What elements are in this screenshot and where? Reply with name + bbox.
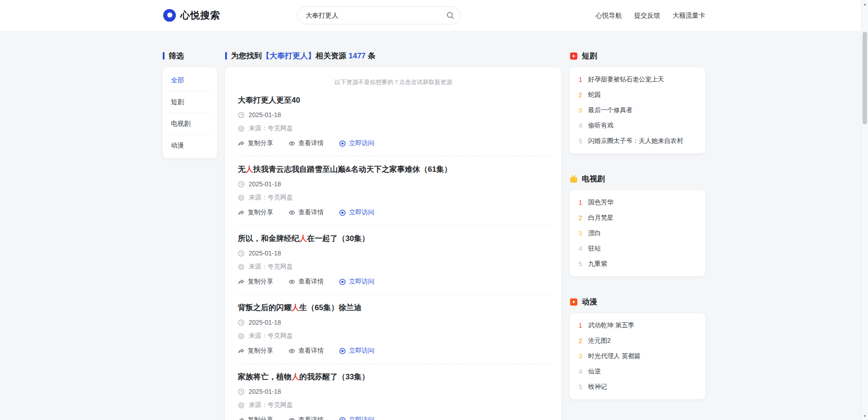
visit-now-button[interactable]: 立即访问 [339, 416, 374, 420]
result-source: 来源：夸克网盘 [249, 193, 293, 202]
clock-icon [238, 112, 245, 118]
ranking-number: 3 [578, 353, 583, 360]
nav-link-data-card[interactable]: 大额流量卡 [673, 11, 706, 20]
view-detail-button[interactable]: 查看详情 [288, 347, 324, 355]
ranking-title-text: 短剧 [582, 51, 597, 61]
filter-title-text: 筛选 [169, 51, 184, 61]
ranking-item-text: 牧神记 [588, 383, 607, 391]
ranking-number: 3 [578, 107, 583, 114]
ranking-item[interactable]: 2沧元图2 [570, 333, 705, 349]
results-card: 以下资源不是你想要的？点击尝试获取新资源 大奉打更人更至402025-01-18… [225, 67, 561, 420]
filter-item[interactable]: 短剧 [169, 91, 211, 113]
filter-item[interactable]: 电视剧 [169, 113, 211, 134]
visit-icon [339, 417, 346, 420]
result-actions: 复制分享查看详情立即访问 [238, 278, 549, 286]
filter-item[interactable]: 全部 [169, 70, 211, 91]
ranking-number: 5 [578, 383, 583, 391]
copy-share-button[interactable]: 复制分享 [238, 347, 273, 355]
ranking-title: 动漫 [570, 297, 705, 307]
ranking-item[interactable]: 4仙逆 [570, 364, 705, 379]
ranking-item[interactable]: 1好孕甜妻被钻石老公宠上天 [570, 72, 705, 87]
ranking-item-text: 好孕甜妻被钻石老公宠上天 [588, 76, 664, 84]
result-actions: 复制分享查看详情立即访问 [238, 139, 549, 147]
share-icon [238, 209, 245, 216]
clock-icon [238, 181, 245, 188]
view-detail-button[interactable]: 查看详情 [288, 139, 324, 147]
result-title[interactable]: 家族将亡，植物人的我苏醒了（33集） [238, 372, 549, 382]
ranking-item[interactable]: 1国色芳华 [570, 195, 705, 210]
visit-now-button[interactable]: 立即访问 [339, 347, 374, 355]
copy-share-button[interactable]: 复制分享 [238, 278, 273, 286]
filter-sidebar: 筛选 全部短剧电视剧动漫 [163, 51, 217, 158]
eye-icon [288, 417, 295, 420]
ranking-item[interactable]: 4驻站 [570, 241, 705, 256]
scrollbar[interactable]: ▲ ▼ [861, 0, 868, 420]
eye-icon [288, 348, 295, 354]
ranking-item-text: 漂白 [588, 229, 601, 237]
result-source-row: 来源：夸克网盘 [238, 124, 549, 132]
ranking-item[interactable]: 3时光代理人 英都篇 [570, 349, 705, 364]
result-source-row: 来源：夸克网盘 [238, 332, 549, 340]
result-date-row: 2025-01-18 [238, 388, 549, 395]
search-input[interactable] [297, 6, 461, 24]
result-source: 来源：夸克网盘 [249, 124, 293, 132]
share-icon [238, 348, 245, 354]
view-detail-button[interactable]: 查看详情 [288, 416, 324, 420]
visit-now-button[interactable]: 立即访问 [339, 278, 374, 286]
result-title[interactable]: 所以，和金牌经纪人在一起了（30集） [238, 233, 549, 244]
ranking-title: 短剧 [570, 51, 705, 61]
result-date: 2025-01-18 [249, 111, 281, 118]
copy-share-button[interactable]: 复制分享 [238, 208, 273, 217]
scrollbar-up-arrow-icon[interactable]: ▲ [862, 0, 868, 8]
ranking-item[interactable]: 1武动乾坤 第五季 [570, 318, 705, 333]
result-title[interactable]: 大奉打更人更至40 [238, 95, 549, 105]
copy-share-button[interactable]: 复制分享 [238, 416, 273, 420]
search-button[interactable] [443, 8, 458, 23]
ranking-card: 1武动乾坤 第五季2沧元图23时光代理人 英都篇4仙逆5牧神记 [570, 313, 705, 399]
content: 筛选 全部短剧电视剧动漫 为您找到【大奉打更人】相关资源1477条 以下资源不是… [163, 31, 705, 420]
visit-now-button[interactable]: 立即访问 [339, 208, 374, 217]
logo[interactable]: 心悦搜索 [163, 9, 220, 22]
ranking-number: 4 [578, 368, 583, 375]
refresh-notice[interactable]: 以下资源不是你想要的？点击尝试获取新资源 [237, 75, 550, 87]
ranking-item-text: 仙逆 [588, 368, 601, 376]
ranking-item[interactable]: 3漂白 [570, 226, 705, 241]
result-title[interactable]: 背叛之后的闪耀人生（65集）徐兰迪 [238, 302, 549, 313]
accent-bar [225, 52, 227, 60]
ranking-item[interactable]: 5九重紫 [570, 256, 705, 272]
result-item: 大奉打更人更至402025-01-18来源：夸克网盘复制分享查看详情立即访问 [237, 87, 550, 156]
ranking-item[interactable]: 2白月梵星 [570, 210, 705, 226]
search-box [297, 6, 461, 24]
ranking-item[interactable]: 3最后一个修真者 [570, 103, 705, 118]
ranking-card: 1国色芳华2白月梵星3漂白4驻站5九重紫 [570, 190, 705, 276]
scrollbar-thumb[interactable] [863, 32, 867, 124]
logo-text: 心悦搜索 [180, 9, 220, 22]
play-icon [570, 52, 578, 60]
result-title[interactable]: 无人扶我青云志我自踏雪至山巅&名动天下之家事难休（61集） [238, 164, 549, 175]
visit-now-button[interactable]: 立即访问 [339, 139, 374, 147]
nav-link-feedback[interactable]: 提交反馈 [634, 11, 660, 20]
view-detail-button[interactable]: 查看详情 [288, 208, 324, 217]
ranking-item-text: 国色芳华 [588, 198, 613, 207]
ranking-item[interactable]: 5牧神记 [570, 379, 705, 395]
top-nav: 心悦导航 提交反馈 大额流量卡 [596, 11, 706, 20]
result-date-row: 2025-01-18 [238, 180, 549, 188]
nav-link-nav-site[interactable]: 心悦导航 [596, 11, 622, 20]
ranking-item[interactable]: 5闪婚京圈太子爷：夫人她来自农村 [570, 133, 705, 149]
results-header-text: 为您找到【大奉打更人】相关资源1477条 [231, 51, 376, 61]
view-detail-button[interactable]: 查看详情 [288, 278, 324, 286]
filter-item[interactable]: 动漫 [169, 134, 211, 156]
scrollbar-down-arrow-icon[interactable]: ▼ [862, 412, 868, 420]
clock-icon [238, 319, 245, 326]
ranking-section: 动漫1武动乾坤 第五季2沧元图23时光代理人 英都篇4仙逆5牧神记 [570, 297, 705, 399]
copy-share-button[interactable]: 复制分享 [238, 139, 273, 147]
ranking-item-text: 沧元图2 [588, 337, 611, 345]
result-item: 无人扶我青云志我自踏雪至山巅&名动天下之家事难休（61集）2025-01-18来… [237, 156, 550, 226]
result-date: 2025-01-18 [249, 250, 281, 257]
ranking-item[interactable]: 4偷听有戏 [570, 118, 705, 133]
globe-icon [238, 264, 245, 270]
eye-icon [288, 209, 295, 216]
search-icon [446, 11, 455, 20]
ranking-item-text: 闪婚京圈太子爷：夫人她来自农村 [588, 137, 683, 145]
ranking-item[interactable]: 2蛇园 [570, 87, 705, 103]
